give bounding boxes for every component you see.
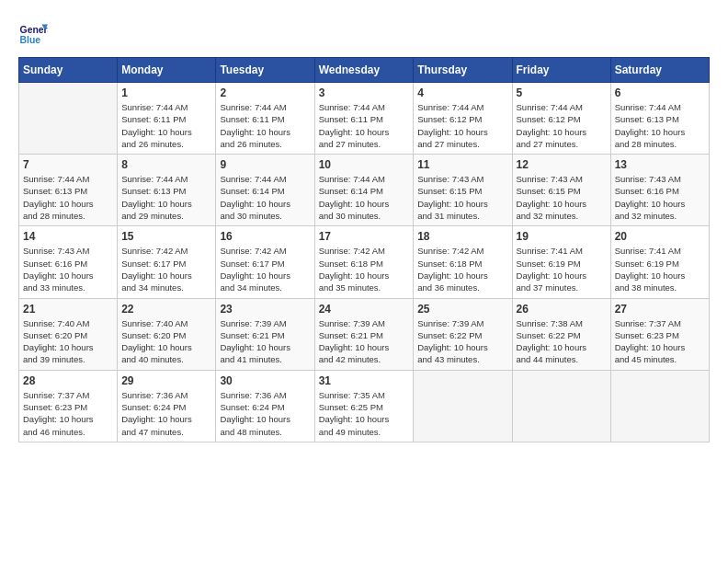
day-cell: 17Sunrise: 7:42 AM Sunset: 6:18 PM Dayli… [314, 226, 414, 298]
week-row-4: 21Sunrise: 7:40 AM Sunset: 6:20 PM Dayli… [19, 298, 710, 370]
day-info: Sunrise: 7:37 AM Sunset: 6:23 PM Dayligh… [23, 389, 113, 438]
day-info: Sunrise: 7:41 AM Sunset: 6:19 PM Dayligh… [517, 245, 607, 293]
day-cell: 27Sunrise: 7:37 AM Sunset: 6:23 PM Dayli… [610, 298, 709, 370]
day-cell: 28Sunrise: 7:37 AM Sunset: 6:23 PM Dayli… [19, 370, 118, 442]
day-info: Sunrise: 7:42 AM Sunset: 6:17 PM Dayligh… [121, 245, 211, 293]
day-number: 25 [417, 303, 507, 316]
column-header-tuesday: Tuesday [216, 58, 314, 83]
day-number: 31 [319, 374, 410, 387]
day-number: 5 [517, 86, 607, 99]
day-cell: 29Sunrise: 7:36 AM Sunset: 6:24 PM Dayli… [118, 370, 216, 442]
day-info: Sunrise: 7:43 AM Sunset: 6:15 PM Dayligh… [517, 173, 607, 222]
day-info: Sunrise: 7:44 AM Sunset: 6:13 PM Dayligh… [23, 173, 113, 222]
day-number: 13 [615, 158, 705, 171]
day-cell: 2Sunrise: 7:44 AM Sunset: 6:11 PM Daylig… [216, 83, 314, 155]
day-info: Sunrise: 7:43 AM Sunset: 6:16 PM Dayligh… [23, 245, 113, 293]
day-cell [610, 370, 709, 442]
day-cell: 23Sunrise: 7:39 AM Sunset: 6:21 PM Dayli… [216, 298, 314, 370]
day-number: 2 [220, 86, 310, 99]
day-info: Sunrise: 7:39 AM Sunset: 6:21 PM Dayligh… [319, 317, 410, 366]
day-cell: 22Sunrise: 7:40 AM Sunset: 6:20 PM Dayli… [118, 298, 216, 370]
day-cell: 30Sunrise: 7:36 AM Sunset: 6:24 PM Dayli… [216, 370, 314, 442]
day-number: 14 [23, 230, 113, 243]
day-number: 24 [319, 303, 410, 316]
day-number: 17 [319, 230, 410, 243]
column-header-thursday: Thursday [414, 58, 512, 83]
day-info: Sunrise: 7:44 AM Sunset: 6:13 PM Dayligh… [615, 101, 705, 150]
day-info: Sunrise: 7:44 AM Sunset: 6:12 PM Dayligh… [517, 101, 607, 150]
day-cell: 24Sunrise: 7:39 AM Sunset: 6:21 PM Dayli… [314, 298, 414, 370]
day-info: Sunrise: 7:36 AM Sunset: 6:24 PM Dayligh… [121, 389, 211, 438]
calendar-table: SundayMondayTuesdayWednesdayThursdayFrid… [18, 57, 710, 442]
day-cell [512, 370, 610, 442]
day-cell: 21Sunrise: 7:40 AM Sunset: 6:20 PM Dayli… [19, 298, 118, 370]
day-number: 4 [417, 86, 507, 99]
day-info: Sunrise: 7:39 AM Sunset: 6:22 PM Dayligh… [417, 317, 507, 366]
day-cell: 20Sunrise: 7:41 AM Sunset: 6:19 PM Dayli… [610, 226, 709, 298]
day-number: 10 [319, 158, 410, 171]
week-row-2: 7Sunrise: 7:44 AM Sunset: 6:13 PM Daylig… [19, 155, 710, 226]
day-number: 20 [615, 230, 705, 243]
day-cell: 3Sunrise: 7:44 AM Sunset: 6:11 PM Daylig… [314, 83, 414, 155]
day-cell: 12Sunrise: 7:43 AM Sunset: 6:15 PM Dayli… [512, 155, 610, 226]
day-number: 27 [615, 303, 705, 316]
day-info: Sunrise: 7:40 AM Sunset: 6:20 PM Dayligh… [23, 317, 113, 366]
day-number: 15 [121, 230, 211, 243]
column-header-friday: Friday [512, 58, 610, 83]
day-number: 11 [417, 158, 507, 171]
day-number: 7 [23, 158, 113, 171]
day-number: 9 [220, 158, 310, 171]
logo-icon: General Blue [18, 18, 48, 48]
logo: General Blue [18, 18, 51, 48]
day-info: Sunrise: 7:44 AM Sunset: 6:11 PM Dayligh… [220, 101, 310, 150]
day-number: 28 [23, 374, 113, 387]
day-info: Sunrise: 7:44 AM Sunset: 6:13 PM Dayligh… [121, 173, 211, 222]
day-cell: 31Sunrise: 7:35 AM Sunset: 6:25 PM Dayli… [314, 370, 414, 442]
day-cell: 10Sunrise: 7:44 AM Sunset: 6:14 PM Dayli… [314, 155, 414, 226]
day-info: Sunrise: 7:44 AM Sunset: 6:14 PM Dayligh… [319, 173, 410, 222]
day-cell: 4Sunrise: 7:44 AM Sunset: 6:12 PM Daylig… [414, 83, 512, 155]
week-row-1: 1Sunrise: 7:44 AM Sunset: 6:11 PM Daylig… [19, 83, 710, 155]
day-cell: 26Sunrise: 7:38 AM Sunset: 6:22 PM Dayli… [512, 298, 610, 370]
day-cell: 19Sunrise: 7:41 AM Sunset: 6:19 PM Dayli… [512, 226, 610, 298]
day-info: Sunrise: 7:43 AM Sunset: 6:15 PM Dayligh… [417, 173, 507, 222]
day-number: 23 [220, 303, 310, 316]
day-cell: 14Sunrise: 7:43 AM Sunset: 6:16 PM Dayli… [19, 226, 118, 298]
day-number: 12 [517, 158, 607, 171]
svg-text:Blue: Blue [20, 35, 41, 45]
day-info: Sunrise: 7:44 AM Sunset: 6:11 PM Dayligh… [319, 101, 410, 150]
day-info: Sunrise: 7:39 AM Sunset: 6:21 PM Dayligh… [220, 317, 310, 366]
page-header: General Blue [18, 18, 710, 48]
day-cell: 11Sunrise: 7:43 AM Sunset: 6:15 PM Dayli… [414, 155, 512, 226]
week-row-5: 28Sunrise: 7:37 AM Sunset: 6:23 PM Dayli… [19, 370, 710, 442]
calendar-body: 1Sunrise: 7:44 AM Sunset: 6:11 PM Daylig… [19, 83, 710, 442]
day-cell: 7Sunrise: 7:44 AM Sunset: 6:13 PM Daylig… [19, 155, 118, 226]
day-number: 29 [121, 374, 211, 387]
day-number: 16 [220, 230, 310, 243]
day-cell: 5Sunrise: 7:44 AM Sunset: 6:12 PM Daylig… [512, 83, 610, 155]
day-cell: 9Sunrise: 7:44 AM Sunset: 6:14 PM Daylig… [216, 155, 314, 226]
day-number: 22 [121, 303, 211, 316]
day-cell [414, 370, 512, 442]
day-number: 30 [220, 374, 310, 387]
day-number: 26 [517, 303, 607, 316]
day-number: 19 [517, 230, 607, 243]
week-row-3: 14Sunrise: 7:43 AM Sunset: 6:16 PM Dayli… [19, 226, 710, 298]
calendar-header: SundayMondayTuesdayWednesdayThursdayFrid… [19, 58, 710, 83]
day-cell: 1Sunrise: 7:44 AM Sunset: 6:11 PM Daylig… [118, 83, 216, 155]
day-info: Sunrise: 7:43 AM Sunset: 6:16 PM Dayligh… [615, 173, 705, 222]
day-info: Sunrise: 7:44 AM Sunset: 6:14 PM Dayligh… [220, 173, 310, 222]
day-cell [19, 83, 118, 155]
day-info: Sunrise: 7:38 AM Sunset: 6:22 PM Dayligh… [517, 317, 607, 366]
day-number: 3 [319, 86, 410, 99]
day-info: Sunrise: 7:35 AM Sunset: 6:25 PM Dayligh… [319, 389, 410, 438]
day-number: 6 [615, 86, 705, 99]
column-header-sunday: Sunday [19, 58, 118, 83]
day-number: 8 [121, 158, 211, 171]
day-info: Sunrise: 7:36 AM Sunset: 6:24 PM Dayligh… [220, 389, 310, 438]
column-header-saturday: Saturday [610, 58, 709, 83]
day-cell: 18Sunrise: 7:42 AM Sunset: 6:18 PM Dayli… [414, 226, 512, 298]
day-number: 1 [121, 86, 211, 99]
day-info: Sunrise: 7:42 AM Sunset: 6:18 PM Dayligh… [319, 245, 410, 293]
day-info: Sunrise: 7:44 AM Sunset: 6:11 PM Dayligh… [121, 101, 211, 150]
